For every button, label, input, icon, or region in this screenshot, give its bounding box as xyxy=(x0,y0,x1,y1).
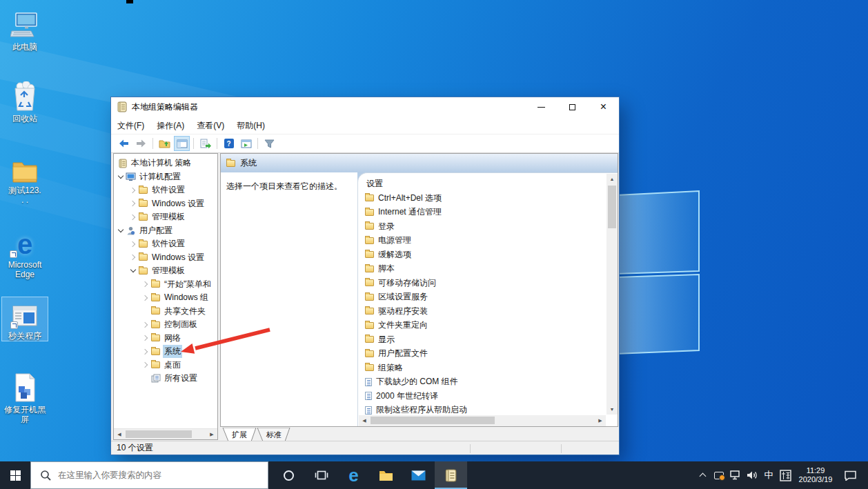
tree-item[interactable]: Windows 设置 xyxy=(114,251,217,265)
menu-help[interactable]: 帮助(H) xyxy=(230,117,271,134)
close-button[interactable]: × xyxy=(588,97,619,117)
chevron-collapsed-icon[interactable] xyxy=(141,347,150,356)
tree-item[interactable]: Windows 组 xyxy=(114,291,217,305)
chevron-collapsed-icon[interactable] xyxy=(141,320,150,329)
list-item[interactable]: 显示 xyxy=(358,332,606,347)
chevron-collapsed-icon[interactable] xyxy=(128,212,137,221)
chevron-collapsed-icon[interactable] xyxy=(128,253,137,262)
chevron-collapsed-icon[interactable] xyxy=(141,334,150,343)
menu-view[interactable]: 查看(V) xyxy=(190,117,230,134)
chevron-collapsed-icon[interactable] xyxy=(141,293,150,302)
tray-ime-mode[interactable]: 中 xyxy=(760,461,777,489)
cortana-button[interactable] xyxy=(273,461,305,489)
tree-horizontal-scrollbar[interactable]: ◀ ▶ xyxy=(114,428,217,439)
tree-item[interactable]: 管理模板 xyxy=(114,264,217,278)
chevron-collapsed-icon[interactable] xyxy=(141,280,150,289)
list-item[interactable]: 缓解选项 xyxy=(358,248,606,262)
tray-ime-icon[interactable] xyxy=(777,461,793,489)
start-button[interactable] xyxy=(0,461,30,489)
chevron-collapsed-icon[interactable] xyxy=(128,186,137,194)
tray-network[interactable] xyxy=(727,461,744,489)
tray-device-notification[interactable] xyxy=(711,461,727,489)
tree-item[interactable]: 软件设置 xyxy=(114,237,217,251)
tree-item-user-config[interactable]: 用户配置 xyxy=(114,224,217,238)
scroll-left-icon[interactable]: ◀ xyxy=(114,429,125,439)
minimize-button[interactable] xyxy=(526,97,557,117)
tray-expand-button[interactable] xyxy=(694,461,711,489)
list-item[interactable]: 组策略 xyxy=(358,361,606,375)
list-item[interactable]: 区域设置服务 xyxy=(358,290,606,305)
gpedit-taskbar-button[interactable] xyxy=(435,461,467,489)
back-icon[interactable] xyxy=(116,136,132,151)
tree-item[interactable]: “开始”菜单和 xyxy=(114,278,217,292)
chevron-expanded-icon[interactable] xyxy=(116,172,125,181)
tree-item[interactable]: 软件设置 xyxy=(114,183,217,197)
list-item[interactable]: 脚本 xyxy=(358,262,606,277)
title-bar[interactable]: 本地组策略编辑器 × xyxy=(111,97,619,117)
task-view-button[interactable] xyxy=(305,461,337,489)
list-item[interactable]: 用户配置文件 xyxy=(358,347,606,361)
menu-file[interactable]: 文件(F) xyxy=(111,117,150,134)
desktop-icon-fix-black-screen[interactable]: 修复开机黑 屏 xyxy=(1,371,48,424)
forward-icon[interactable] xyxy=(133,136,149,151)
taskbar-search[interactable] xyxy=(30,461,268,489)
export-list-icon[interactable] xyxy=(197,136,213,151)
scroll-left-icon[interactable]: ◀ xyxy=(359,415,370,426)
scroll-up-icon[interactable]: ▲ xyxy=(606,174,618,184)
list-item[interactable]: 下载缺少的 COM 组件 xyxy=(358,375,606,390)
scroll-right-icon[interactable]: ▶ xyxy=(595,415,606,426)
menu-action[interactable]: 操作(A) xyxy=(150,117,190,134)
help-icon[interactable]: ? xyxy=(221,136,237,151)
list-item[interactable]: 登录 xyxy=(358,219,606,234)
action-center-button[interactable] xyxy=(838,461,862,489)
tree-item-all-settings[interactable]: 所有设置 xyxy=(114,372,217,386)
maximize-button[interactable] xyxy=(557,97,588,117)
list-item[interactable]: 可移动存储访问 xyxy=(358,276,606,290)
search-input[interactable] xyxy=(58,470,237,480)
filter-icon[interactable] xyxy=(262,136,277,151)
up-one-level-icon[interactable] xyxy=(157,136,172,151)
chevron-collapsed-icon[interactable] xyxy=(128,199,137,208)
chevron-collapsed-icon[interactable] xyxy=(128,239,137,248)
tree-item[interactable]: 控制面板 xyxy=(114,318,217,332)
list-item[interactable]: 驱动程序安装 xyxy=(358,304,606,319)
scrollbar-thumb[interactable] xyxy=(608,186,616,228)
tree-item[interactable]: Windows 设置 xyxy=(114,197,217,211)
tree-item-computer-config[interactable]: 计算机配置 xyxy=(114,170,217,184)
tray-clock[interactable]: 11:29 2020/3/19 xyxy=(793,461,838,489)
list-item[interactable]: Ctrl+Alt+Del 选项 xyxy=(358,191,606,206)
list-item[interactable]: 限制这些程序从帮助启动 xyxy=(358,403,606,415)
desktop-icon-quick-close-app[interactable]: 秒关程序 xyxy=(1,297,48,341)
desktop-icon-this-pc[interactable]: 此电脑 xyxy=(1,8,48,52)
tree-item-system-selected[interactable]: 系统 xyxy=(114,345,217,359)
edge-taskbar-button[interactable]: e xyxy=(337,461,370,489)
show-window-icon[interactable] xyxy=(238,136,254,151)
list-item[interactable]: Internet 通信管理 xyxy=(358,206,606,220)
tab-extended-label[interactable]: 扩展 xyxy=(232,430,247,439)
scrollbar-thumb[interactable] xyxy=(126,430,192,438)
scrollbar-thumb[interactable] xyxy=(371,417,495,424)
tab-standard-label[interactable]: 标准 xyxy=(266,430,282,439)
list-item[interactable]: 文件夹重定向 xyxy=(358,319,606,333)
tree-item[interactable]: 网络 xyxy=(114,332,217,346)
tree-item[interactable]: 桌面 xyxy=(114,359,217,372)
scroll-right-icon[interactable]: ▶ xyxy=(206,429,217,439)
desktop-icon-recycle-bin[interactable]: 回收站 xyxy=(1,80,48,123)
list-item[interactable]: 2000 年世纪转译 xyxy=(358,389,606,403)
show-console-tree-icon[interactable] xyxy=(174,136,190,151)
chevron-collapsed-icon[interactable] xyxy=(141,361,150,370)
list-vertical-scrollbar[interactable]: ▲ ▼ xyxy=(606,174,618,415)
file-explorer-button[interactable] xyxy=(370,461,402,489)
chevron-expanded-icon[interactable] xyxy=(116,226,125,235)
tree-item[interactable]: 管理模板 xyxy=(114,210,217,224)
tray-volume[interactable] xyxy=(744,461,760,489)
tree-root[interactable]: 本地计算机 策略 xyxy=(114,157,217,170)
mail-button[interactable] xyxy=(402,461,435,489)
desktop-icon-test-folder[interactable]: 测试123. . . xyxy=(1,152,48,205)
list-item[interactable]: 电源管理 xyxy=(358,234,606,248)
chevron-expanded-icon[interactable] xyxy=(128,266,137,275)
desktop-icon-microsoft-edge[interactable]: e Microsoft Edge xyxy=(1,226,48,279)
tree-item[interactable]: 共享文件夹 xyxy=(114,305,217,319)
scroll-down-icon[interactable]: ▼ xyxy=(606,404,618,415)
list-horizontal-scrollbar[interactable]: ◀ ▶ xyxy=(359,415,606,426)
